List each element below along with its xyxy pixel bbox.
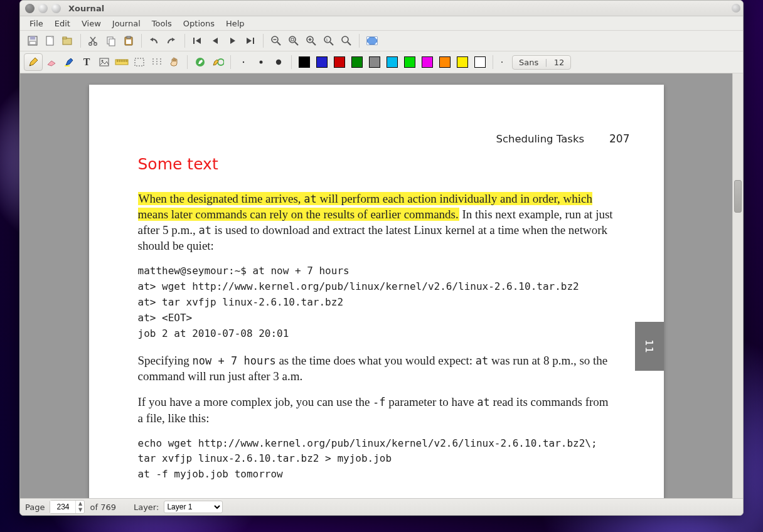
thickness-medium-button[interactable] bbox=[252, 54, 270, 70]
svg-line-36 bbox=[348, 42, 351, 45]
page-spinner-up[interactable]: ▲ bbox=[76, 501, 84, 507]
color-swatch-orange[interactable] bbox=[436, 54, 454, 70]
redo-button[interactable] bbox=[163, 33, 181, 49]
cut-button[interactable] bbox=[85, 33, 102, 49]
color-swatch-lime[interactable] bbox=[401, 54, 419, 70]
fullscreen-button[interactable] bbox=[363, 33, 381, 49]
color-swatch-magenta[interactable] bbox=[419, 54, 436, 70]
color-swatch-black[interactable] bbox=[296, 54, 313, 70]
font-name-label: Sans bbox=[519, 58, 538, 67]
page-current[interactable]: Scheduling Tasks 207 11 Some text When t… bbox=[89, 85, 664, 498]
svg-rect-1 bbox=[30, 36, 35, 40]
svg-marker-45 bbox=[66, 58, 73, 65]
svg-rect-12 bbox=[127, 36, 131, 38]
paragraph-1: When the designated time arrives, at wil… bbox=[138, 191, 615, 253]
svg-line-26 bbox=[295, 42, 298, 45]
menu-file[interactable]: File bbox=[24, 18, 49, 29]
menubar: File Edit View Journal Tools Options Hel… bbox=[20, 16, 743, 31]
pencil-tool-button[interactable] bbox=[24, 53, 43, 71]
font-selector-button[interactable]: Sans | 12 bbox=[512, 55, 571, 70]
default-highlighter-button[interactable] bbox=[209, 54, 227, 70]
image-tool-button[interactable] bbox=[95, 54, 113, 70]
svg-marker-44 bbox=[48, 61, 55, 66]
canvas-viewport[interactable]: Scheduling Tasks 207 11 Some text When t… bbox=[20, 73, 732, 498]
color-swatch-gray[interactable] bbox=[366, 54, 383, 70]
svg-line-33 bbox=[330, 42, 333, 45]
highlighter-tool-button[interactable] bbox=[60, 54, 78, 70]
zoom-out-button[interactable] bbox=[267, 33, 285, 49]
svg-rect-46 bbox=[65, 65, 70, 66]
svg-point-67 bbox=[501, 61, 503, 63]
toolbar-separator bbox=[184, 34, 185, 48]
page-spinner[interactable]: ▲ ▼ bbox=[50, 500, 85, 514]
svg-point-62 bbox=[218, 59, 224, 65]
menu-help[interactable]: Help bbox=[220, 18, 250, 29]
open-button[interactable] bbox=[59, 33, 77, 49]
select-rect-tool-button[interactable] bbox=[131, 54, 148, 70]
text-tool-button[interactable]: T bbox=[78, 54, 95, 70]
toolbar-separator bbox=[230, 55, 231, 69]
window-maximize-button[interactable] bbox=[51, 4, 61, 13]
menu-view[interactable]: View bbox=[76, 18, 107, 29]
svg-rect-37 bbox=[367, 37, 377, 45]
thickness-thin-button[interactable] bbox=[235, 54, 252, 70]
toolbar-separator bbox=[187, 55, 188, 69]
color-swatch-blue[interactable] bbox=[313, 54, 331, 70]
svg-point-64 bbox=[243, 61, 244, 63]
hand-tool-button[interactable] bbox=[166, 54, 183, 70]
section-title: Scheduling Tasks bbox=[496, 133, 584, 145]
color-swatch-green[interactable] bbox=[348, 54, 366, 70]
color-swatch-yellow[interactable] bbox=[454, 54, 471, 70]
layer-select[interactable]: Layer 1 bbox=[164, 501, 223, 513]
menu-edit[interactable]: Edit bbox=[49, 18, 76, 29]
page-input[interactable] bbox=[50, 501, 75, 513]
undo-button[interactable] bbox=[146, 33, 163, 49]
color-swatch-cyan[interactable] bbox=[383, 54, 401, 70]
thickness-thick-button[interactable] bbox=[270, 54, 287, 70]
window-close-button[interactable] bbox=[25, 4, 35, 13]
page-total-label: of 769 bbox=[90, 503, 115, 512]
svg-rect-10 bbox=[109, 39, 115, 46]
first-page-button[interactable] bbox=[189, 33, 206, 49]
code-block-2: echo wget http://www.kernel.org/pub/linu… bbox=[138, 436, 615, 482]
svg-marker-14 bbox=[150, 38, 153, 41]
eraser-tool-button[interactable] bbox=[43, 54, 60, 70]
next-page-button[interactable] bbox=[224, 33, 242, 49]
svg-marker-63 bbox=[213, 60, 218, 65]
menu-options[interactable]: Options bbox=[178, 18, 220, 29]
color-swatch-red[interactable] bbox=[331, 54, 348, 70]
new-button[interactable] bbox=[41, 33, 59, 49]
zoom-fit-button[interactable] bbox=[285, 33, 302, 49]
window-minimize-button[interactable] bbox=[38, 4, 48, 13]
last-page-button[interactable] bbox=[242, 33, 259, 49]
save-button[interactable] bbox=[24, 33, 41, 49]
svg-marker-19 bbox=[230, 38, 235, 44]
paste-button[interactable] bbox=[120, 33, 137, 49]
page-spinner-down[interactable]: ▼ bbox=[76, 507, 84, 513]
vertical-scrollbar[interactable] bbox=[732, 73, 743, 498]
paragraph-3: If you have a more complex job, you can … bbox=[138, 394, 615, 425]
text-annotation[interactable]: Some text bbox=[138, 155, 615, 173]
statusbar: Page ▲ ▼ of 769 Layer: Layer 1 bbox=[20, 498, 743, 515]
zoom-100-button[interactable]: 1 bbox=[320, 33, 338, 49]
toolbar-separator bbox=[493, 55, 493, 69]
zoom-tool-button[interactable] bbox=[338, 33, 355, 49]
zoom-in-button[interactable] bbox=[302, 33, 320, 49]
page-label: Page bbox=[25, 503, 45, 512]
svg-point-65 bbox=[260, 61, 263, 64]
select-region-tool-button[interactable] bbox=[148, 54, 166, 70]
ruler-tool-button[interactable] bbox=[113, 54, 131, 70]
svg-point-8 bbox=[94, 43, 97, 46]
copy-button[interactable] bbox=[102, 33, 120, 49]
toolbar-separator bbox=[263, 34, 264, 48]
paragraph-2: Specifying now + 7 hours as the time doe… bbox=[138, 353, 615, 384]
page-header: Scheduling Tasks 207 bbox=[89, 132, 664, 145]
menu-journal[interactable]: Journal bbox=[107, 18, 146, 29]
scrollbar-thumb[interactable] bbox=[734, 180, 742, 213]
default-pen-button[interactable] bbox=[191, 54, 209, 70]
menu-tools[interactable]: Tools bbox=[146, 18, 178, 29]
svg-rect-13 bbox=[126, 40, 131, 44]
svg-line-23 bbox=[277, 42, 280, 45]
color-swatch-white[interactable] bbox=[471, 54, 489, 70]
prev-page-button[interactable] bbox=[206, 33, 224, 49]
